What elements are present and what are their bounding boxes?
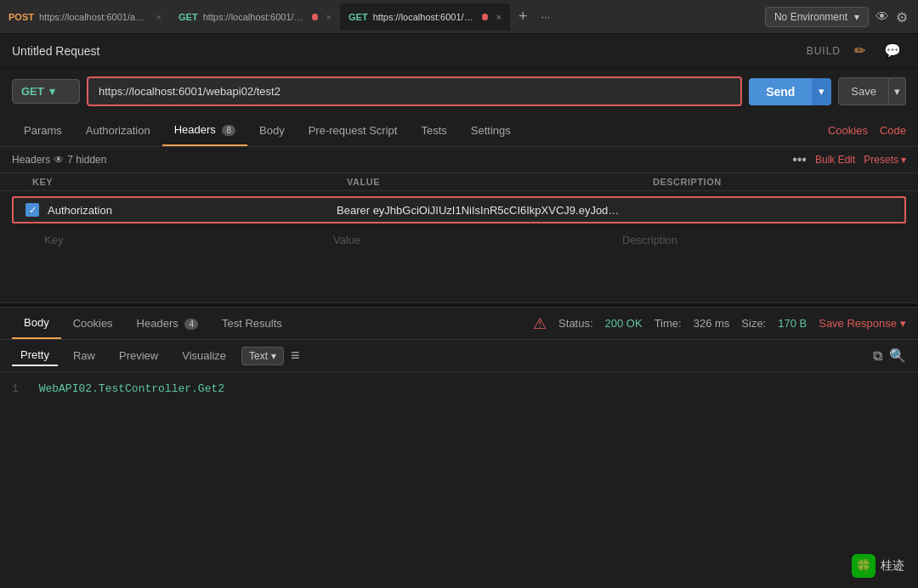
tab1-url: https://localhost:6001/auth/lo... <box>39 12 148 22</box>
method-label: GET <box>21 85 44 98</box>
table-column-headers: KEY VALUE DESCRIPTION <box>0 173 918 191</box>
watermark-text: 桂迹 <box>881 558 904 574</box>
tab-pre-request-script[interactable]: Pre-request Script <box>297 116 410 145</box>
desc-col-header: DESCRIPTION <box>653 177 906 187</box>
line-number-1: 1 <box>12 382 19 395</box>
tab-tests[interactable]: Tests <box>409 116 458 145</box>
presets-chevron-icon: ▾ <box>901 154 906 166</box>
status-label: Status: <box>558 317 592 330</box>
tab3-dirty-dot <box>482 14 487 20</box>
eye-icon[interactable]: 👁 <box>876 9 889 25</box>
value-col-header: VALUE <box>347 177 653 187</box>
table-empty-row: Key Value Description <box>12 229 906 252</box>
response-status-bar: ⚠ Status: 200 OK Time: 326 ms Size: 170 … <box>533 314 906 333</box>
response-tabs: Body Cookies Headers 4 Test Results ⚠ St… <box>0 308 918 340</box>
req-tabs-right: Cookies Code <box>828 124 906 137</box>
wrap-button[interactable]: ≡ <box>291 347 300 365</box>
settings-icon[interactable]: ⚙ <box>896 9 908 25</box>
empty-key-input[interactable]: Key <box>44 234 333 246</box>
tab-add-action: + ··· <box>513 8 555 25</box>
size-value: 170 B <box>778 317 807 330</box>
tab-get-2[interactable]: GET https://localhost:6001/webapi0... × <box>340 3 510 31</box>
body-line-1: 1 WebAPI02.TestController.Get2 <box>12 382 906 395</box>
empty-desc-input[interactable]: Description <box>622 234 894 246</box>
tab-get-1[interactable]: GET https://localhost:6001/webapi0... × <box>170 3 340 31</box>
cookies-link[interactable]: Cookies <box>828 124 868 137</box>
resp-tab-headers[interactable]: Headers 4 <box>125 308 210 338</box>
edit-button[interactable]: ✏ <box>849 41 870 60</box>
url-input[interactable] <box>88 78 740 105</box>
method-chevron-icon: ▾ <box>49 85 55 98</box>
tab3-close-icon[interactable]: × <box>496 12 502 22</box>
save-button[interactable]: Save <box>838 77 889 105</box>
headers-badge: 8 <box>222 125 235 136</box>
row-checkbox[interactable]: ✓ <box>26 203 39 217</box>
environment-select[interactable]: No Environment ▾ <box>765 7 869 27</box>
table-row: ✓ Authorization Bearer eyJhbGciOiJIUzI1N… <box>12 196 906 223</box>
save-btn-wrap: Save ▾ <box>838 77 906 105</box>
presets-button[interactable]: Presets ▾ <box>864 154 906 166</box>
tab3-method: GET <box>348 12 368 22</box>
resp-view-pretty[interactable]: Pretty <box>12 345 58 366</box>
key-col-header: KEY <box>32 177 347 187</box>
tab-post[interactable]: POST https://localhost:6001/auth/lo... × <box>0 3 170 31</box>
resp-tab-cookies[interactable]: Cookies <box>61 308 125 338</box>
watermark: 🍀 桂迹 <box>852 554 904 578</box>
resp-view-preview[interactable]: Preview <box>110 346 167 365</box>
tab1-close-icon[interactable]: × <box>156 12 162 22</box>
save-response-button[interactable]: Save Response ▾ <box>819 317 906 330</box>
save-dropdown-button[interactable]: ▾ <box>889 77 906 105</box>
send-button[interactable]: Send <box>749 78 812 105</box>
eye-hidden-icon: 👁 <box>54 154 64 166</box>
row-value[interactable]: Bearer eyJhbGciOiJIUzI1NiIsInR5cCI6IkpXV… <box>337 204 626 217</box>
tab2-close-icon[interactable]: × <box>326 12 332 22</box>
headers-label: Headers <box>12 154 50 166</box>
headers-hidden-section: Headers 👁 7 hidden <box>12 154 106 166</box>
tab-headers[interactable]: Headers 8 <box>162 115 247 146</box>
comment-button[interactable]: 💬 <box>879 41 906 60</box>
copy-button[interactable]: ⧉ <box>873 348 882 364</box>
table-toolbar: ••• Bulk Edit Presets ▾ <box>792 152 906 167</box>
request-tabs: Params Authorization Headers 8 Body Pre-… <box>0 115 918 147</box>
request-title: Untitled Request <box>12 44 100 58</box>
send-dropdown-button[interactable]: ▾ <box>812 78 831 105</box>
url-input-wrap <box>87 76 742 106</box>
resp-view-visualize[interactable]: Visualize <box>173 346 235 365</box>
resp-headers-badge: 4 <box>184 319 198 330</box>
checkbox-col-header <box>12 177 32 187</box>
tab-authorization[interactable]: Authorization <box>74 116 162 145</box>
tab2-dirty-dot <box>312 14 317 20</box>
watermark-icon: 🍀 <box>852 554 876 578</box>
code-link[interactable]: Code <box>880 124 906 137</box>
time-value: 326 ms <box>694 317 730 330</box>
response-body: 1 WebAPI02.TestController.Get2 <box>0 372 918 405</box>
format-select[interactable]: Text ▾ <box>241 347 284 365</box>
body-content-1: WebAPI02.TestController.Get2 <box>39 382 224 395</box>
resp-view-raw[interactable]: Raw <box>65 346 104 365</box>
add-tab-button[interactable]: + <box>513 8 533 25</box>
time-label: Time: <box>654 317 682 330</box>
status-error-icon: ⚠ <box>533 314 547 333</box>
resp-tab-test-results[interactable]: Test Results <box>210 308 294 338</box>
tab-settings[interactable]: Settings <box>459 116 523 145</box>
tab-params[interactable]: Params <box>12 116 74 145</box>
empty-value-input[interactable]: Value <box>333 234 622 246</box>
size-label: Size: <box>741 317 766 330</box>
resp-tab-body[interactable]: Body <box>12 308 61 339</box>
env-label: No Environment <box>774 11 847 23</box>
response-body-toolbar: Pretty Raw Preview Visualize Text ▾ ≡ ⧉ … <box>0 340 918 372</box>
search-button[interactable]: 🔍 <box>889 348 906 364</box>
response-section: Body Cookies Headers 4 Test Results ⚠ St… <box>0 308 918 405</box>
bulk-edit-button[interactable]: Bulk Edit <box>815 154 855 166</box>
method-select[interactable]: GET ▾ <box>12 79 80 104</box>
tab3-url: https://localhost:6001/webapi0... <box>373 12 476 22</box>
tab-body[interactable]: Body <box>247 116 297 145</box>
status-value: 200 OK <box>605 317 643 330</box>
more-options-button[interactable]: ••• <box>792 152 807 167</box>
tab2-url: https://localhost:6001/webapi0... <box>203 12 306 22</box>
tab2-method: GET <box>178 12 198 22</box>
hidden-count: 7 hidden <box>67 154 106 166</box>
row-key[interactable]: Authorization <box>48 204 337 217</box>
more-tabs-button[interactable]: ··· <box>536 10 556 23</box>
env-bar: No Environment ▾ 👁 ⚙ <box>755 0 918 34</box>
